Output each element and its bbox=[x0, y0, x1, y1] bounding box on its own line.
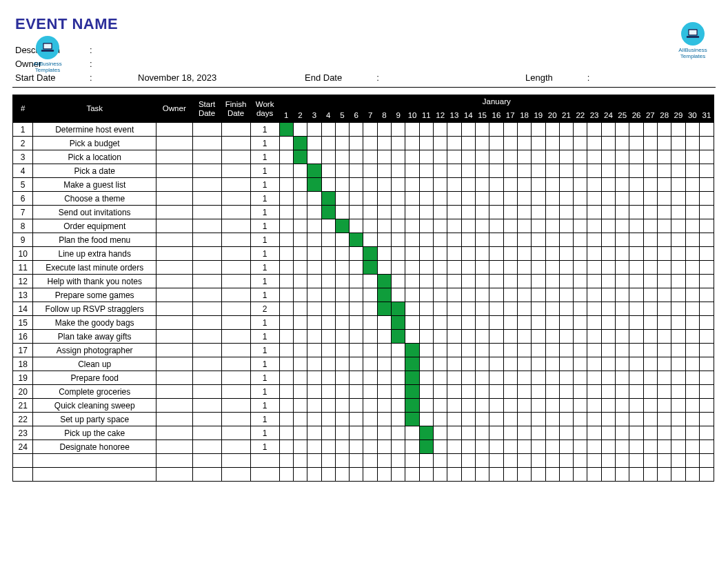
task-name: Execute last minute orders bbox=[33, 261, 156, 275]
gantt-cell bbox=[363, 261, 377, 275]
gantt-cell bbox=[699, 288, 714, 302]
gantt-cell bbox=[517, 288, 531, 302]
gantt-cell bbox=[545, 137, 559, 150]
gantt-cell bbox=[616, 440, 629, 454]
gantt-cell bbox=[699, 219, 714, 233]
gantt-cell bbox=[616, 357, 629, 371]
gantt-cell bbox=[616, 247, 629, 261]
meta-dates-row: Start Date : November 18, 2023 End Date … bbox=[15, 70, 716, 84]
gantt-cell bbox=[685, 399, 699, 413]
task-start bbox=[192, 385, 221, 399]
gantt-cell bbox=[532, 288, 545, 302]
empty-cell bbox=[532, 468, 545, 482]
gantt-cell bbox=[321, 302, 335, 316]
empty-cell bbox=[574, 454, 587, 468]
gantt-cell bbox=[671, 440, 685, 454]
gantt-cell bbox=[321, 150, 335, 164]
col-day: 5 bbox=[335, 109, 349, 123]
empty-cell bbox=[475, 454, 489, 468]
gantt-cell bbox=[685, 247, 699, 261]
gantt-cell bbox=[377, 164, 391, 178]
task-finish bbox=[221, 426, 250, 440]
gantt-cell bbox=[405, 233, 419, 247]
empty-cell bbox=[559, 454, 573, 468]
task-owner bbox=[156, 247, 193, 261]
gantt-cell bbox=[434, 288, 447, 302]
gantt-cell bbox=[475, 233, 489, 247]
gantt-cell bbox=[489, 150, 503, 164]
gantt-cell bbox=[405, 357, 419, 371]
gantt-cell bbox=[671, 288, 685, 302]
empty-cell bbox=[33, 454, 156, 468]
table-row: 19Prepare food1 bbox=[13, 371, 714, 385]
gantt-cell bbox=[461, 178, 475, 192]
gantt-cell bbox=[601, 288, 615, 302]
task-start bbox=[192, 123, 221, 137]
gantt-cell bbox=[574, 413, 587, 426]
gantt-cell bbox=[685, 426, 699, 440]
gantt-cell bbox=[307, 440, 321, 454]
gantt-cell bbox=[392, 399, 405, 413]
table-row: 15Make the goody bags1 bbox=[13, 316, 714, 330]
table-row: 5Make a guest list1 bbox=[13, 178, 714, 192]
gantt-cell bbox=[434, 399, 447, 413]
meta-colon: : bbox=[90, 72, 101, 83]
gantt-cell bbox=[616, 206, 629, 219]
gantt-cell bbox=[503, 371, 517, 385]
gantt-cell bbox=[293, 288, 307, 302]
gantt-cell bbox=[461, 385, 475, 399]
gantt-cell bbox=[587, 413, 601, 426]
gantt-cell bbox=[307, 344, 321, 357]
gantt-cell bbox=[350, 261, 363, 275]
gantt-cell bbox=[335, 261, 349, 275]
task-start bbox=[192, 206, 221, 219]
gantt-cell bbox=[350, 233, 363, 247]
task-name: Pick a date bbox=[33, 164, 156, 178]
gantt-cell bbox=[658, 192, 671, 206]
gantt-cell bbox=[307, 206, 321, 219]
gantt-cell bbox=[616, 261, 629, 275]
gantt-cell bbox=[279, 399, 293, 413]
col-day: 9 bbox=[392, 109, 405, 123]
gantt-cell bbox=[392, 261, 405, 275]
brand-text: AllBusinessTemplates bbox=[678, 47, 707, 59]
task-workdays: 1 bbox=[250, 357, 279, 371]
table-row: 13Prepare some games1 bbox=[13, 288, 714, 302]
gantt-cell bbox=[307, 371, 321, 385]
gantt-cell bbox=[629, 123, 643, 137]
gantt-cell bbox=[279, 288, 293, 302]
empty-cell bbox=[363, 454, 377, 468]
gantt-cell bbox=[685, 192, 699, 206]
empty-cell bbox=[405, 454, 419, 468]
gantt-cell bbox=[293, 413, 307, 426]
gantt-cell bbox=[335, 192, 349, 206]
gantt-cell bbox=[489, 192, 503, 206]
gantt-cell bbox=[685, 233, 699, 247]
gantt-cell bbox=[489, 316, 503, 330]
gantt-cell bbox=[434, 137, 447, 150]
gantt-cell bbox=[447, 302, 461, 316]
gantt-cell bbox=[434, 233, 447, 247]
gantt-cell bbox=[350, 123, 363, 137]
empty-cell bbox=[629, 468, 643, 482]
gantt-cell bbox=[601, 178, 615, 192]
gantt-cell bbox=[489, 344, 503, 357]
gantt-cell bbox=[377, 371, 391, 385]
gantt-cell bbox=[616, 288, 629, 302]
gantt-cell bbox=[601, 164, 615, 178]
table-row: 24Designate honoree1 bbox=[13, 440, 714, 454]
brand-logo-left: AllBusinessTemplates bbox=[30, 36, 65, 70]
gantt-cell bbox=[293, 123, 307, 137]
gantt-cell bbox=[629, 206, 643, 219]
col-day: 28 bbox=[658, 109, 671, 123]
gantt-cell bbox=[503, 330, 517, 344]
gantt-cell bbox=[461, 219, 475, 233]
gantt-cell bbox=[363, 247, 377, 261]
gantt-cell bbox=[699, 316, 714, 330]
gantt-cell bbox=[279, 316, 293, 330]
gantt-cell bbox=[532, 275, 545, 288]
task-workdays: 1 bbox=[250, 440, 279, 454]
gantt-cell bbox=[643, 192, 657, 206]
gantt-cell bbox=[321, 219, 335, 233]
gantt-cell bbox=[279, 426, 293, 440]
